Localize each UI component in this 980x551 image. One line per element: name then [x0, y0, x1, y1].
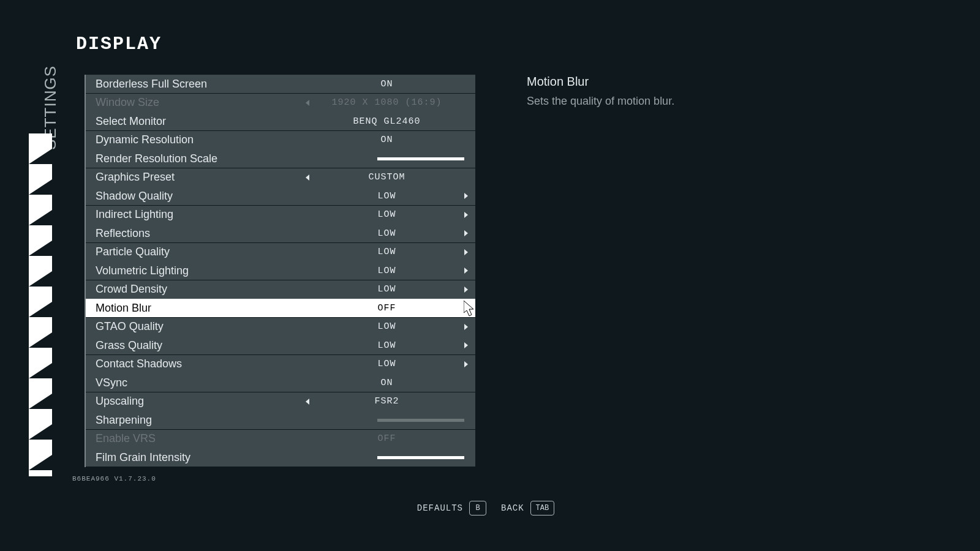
setting-value: LOW — [377, 359, 396, 369]
slider-track[interactable] — [377, 456, 464, 459]
setting-row[interactable]: Select MonitorBENQ GL2460 — [86, 112, 475, 130]
setting-label: Sharpening — [96, 414, 306, 427]
back-button[interactable]: BACK — [501, 503, 524, 513]
setting-value-area: ON — [306, 135, 468, 145]
setting-value-area — [306, 456, 468, 459]
slider-track[interactable] — [377, 419, 464, 422]
setting-value: LOW — [377, 228, 396, 239]
setting-row[interactable]: Motion BlurOFF — [86, 299, 475, 317]
setting-row: Window Size1920 X 1080 (16:9) — [86, 94, 475, 112]
setting-label: Upscaling — [96, 395, 306, 408]
setting-value: LOW — [377, 284, 396, 294]
setting-row[interactable]: VSyncON — [86, 373, 475, 392]
defaults-button[interactable]: DEFAULTS — [417, 503, 463, 513]
setting-value: LOW — [377, 247, 396, 257]
setting-value: OFF — [377, 303, 396, 313]
setting-value-area — [306, 419, 468, 422]
setting-value: OFF — [377, 433, 396, 444]
chevron-right-icon[interactable] — [464, 287, 468, 293]
chevron-right-icon[interactable] — [464, 305, 468, 311]
chevron-left-icon — [306, 100, 309, 106]
setting-label: Graphics Preset — [96, 171, 306, 184]
chevron-right-icon[interactable] — [464, 193, 468, 199]
setting-row[interactable]: Contact ShadowsLOW — [86, 355, 475, 373]
setting-value-area: 1920 X 1080 (16:9) — [306, 97, 468, 108]
setting-row[interactable]: Particle QualityLOW — [86, 243, 475, 261]
setting-label: Motion Blur — [96, 302, 306, 315]
setting-value: LOW — [377, 191, 396, 201]
setting-row[interactable]: Borderless Full ScreenON — [86, 75, 475, 93]
setting-value: FSR2 — [374, 396, 399, 407]
setting-value: 1920 X 1080 (16:9) — [331, 97, 442, 108]
setting-row: Enable VRSOFF — [86, 430, 475, 448]
setting-value-area: LOW — [306, 228, 468, 239]
setting-value-area: LOW — [306, 191, 468, 201]
setting-row[interactable]: UpscalingFSR2 — [86, 392, 475, 411]
setting-label: Grass Quality — [96, 339, 306, 352]
setting-row[interactable]: Volumetric LightingLOW — [86, 261, 475, 280]
setting-value-area: OFF — [306, 433, 468, 444]
settings-list: Borderless Full ScreenONWindow Size1920 … — [85, 75, 475, 467]
chevron-left-icon[interactable] — [306, 174, 309, 181]
chevron-right-icon[interactable] — [464, 361, 468, 367]
setting-label: Indirect Lighting — [96, 208, 306, 221]
setting-label: Dynamic Resolution — [96, 133, 306, 146]
setting-value: ON — [380, 135, 393, 145]
setting-value: ON — [380, 378, 393, 388]
footer: DEFAULTS B BACK TAB — [0, 501, 980, 515]
setting-row[interactable]: Render Resolution Scale — [86, 149, 475, 168]
setting-value-area: ON — [306, 378, 468, 388]
slider-track[interactable] — [377, 157, 464, 160]
setting-value: LOW — [377, 209, 396, 220]
setting-value-area: LOW — [306, 266, 468, 276]
setting-row[interactable]: Indirect LightingLOW — [86, 206, 475, 224]
setting-value-area: LOW — [306, 340, 468, 351]
setting-value-area: FSR2 — [306, 396, 468, 407]
setting-label: Window Size — [96, 96, 306, 109]
setting-value-area: OFF — [306, 303, 468, 313]
setting-value: BENQ GL2460 — [353, 116, 420, 127]
setting-row[interactable]: ReflectionsLOW — [86, 224, 475, 242]
setting-row[interactable]: Graphics PresetCUSTOM — [86, 168, 475, 187]
setting-label: Borderless Full Screen — [96, 78, 306, 91]
setting-value-area: LOW — [306, 247, 468, 257]
chevron-right-icon[interactable] — [464, 230, 468, 236]
description-title: Motion Blur — [527, 75, 833, 89]
setting-row[interactable]: Grass QualityLOW — [86, 336, 475, 354]
setting-label: Contact Shadows — [96, 358, 306, 370]
chevron-right-icon[interactable] — [464, 249, 468, 255]
version-string: B6BEA966 V1.7.23.0 — [72, 475, 156, 482]
setting-row[interactable]: Film Grain Intensity — [86, 448, 475, 467]
setting-label: GTAO Quality — [96, 320, 306, 333]
setting-row[interactable]: Shadow QualityLOW — [86, 187, 475, 205]
setting-row[interactable]: Dynamic ResolutionON — [86, 131, 475, 149]
setting-value-area: LOW — [306, 209, 468, 220]
description-panel: Motion Blur Sets the quality of motion b… — [527, 75, 833, 108]
setting-value: LOW — [377, 340, 396, 351]
svg-rect-1 — [29, 133, 52, 476]
setting-row[interactable]: GTAO QualityLOW — [86, 318, 475, 336]
slider-fill — [377, 157, 464, 160]
chevron-right-icon[interactable] — [464, 342, 468, 348]
setting-value: LOW — [377, 321, 396, 332]
setting-label: Volumetric Lighting — [96, 264, 306, 277]
setting-value: LOW — [377, 266, 396, 276]
setting-label: Crowd Density — [96, 283, 306, 296]
setting-label: Select Monitor — [96, 115, 306, 128]
setting-row[interactable]: Sharpening — [86, 411, 475, 429]
chevron-right-icon[interactable] — [464, 324, 468, 330]
setting-value-area: BENQ GL2460 — [306, 116, 468, 127]
slider-fill — [377, 456, 464, 459]
description-text: Sets the quality of motion blur. — [527, 95, 833, 108]
chevron-right-icon[interactable] — [464, 268, 468, 274]
setting-label: Reflections — [96, 227, 306, 240]
back-keycap: TAB — [530, 501, 555, 515]
setting-label: Particle Quality — [96, 246, 306, 258]
setting-value-area: LOW — [306, 359, 468, 369]
setting-row[interactable]: Crowd DensityLOW — [86, 280, 475, 299]
setting-label: VSync — [96, 377, 306, 389]
setting-value-area: ON — [306, 79, 468, 89]
chevron-left-icon[interactable] — [306, 399, 309, 405]
chevron-right-icon[interactable] — [464, 212, 468, 218]
setting-label: Enable VRS — [96, 432, 306, 445]
